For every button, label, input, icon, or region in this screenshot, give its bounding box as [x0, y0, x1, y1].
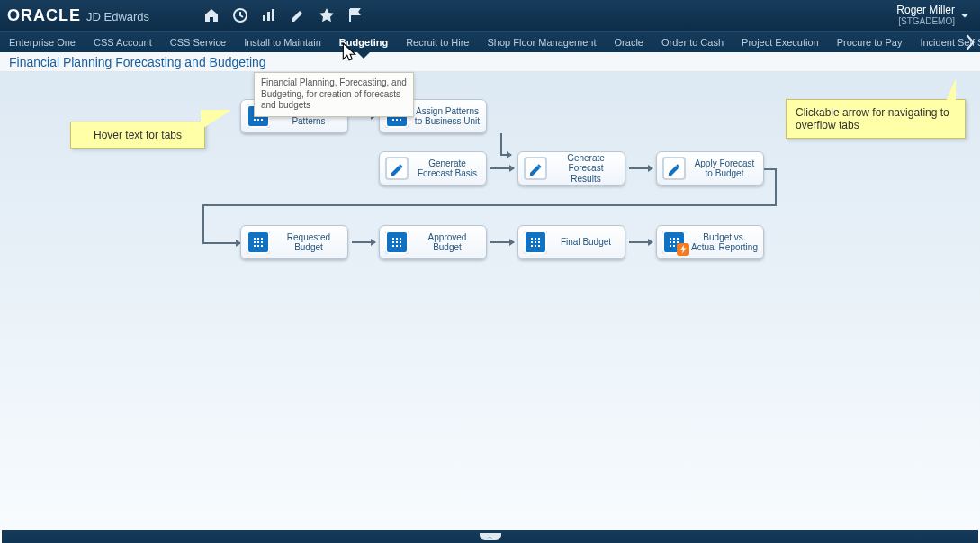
connector-line — [202, 242, 240, 244]
bolt-icon — [677, 243, 689, 256]
connector-line — [202, 204, 204, 242]
tab-css-service[interactable]: CSS Service — [161, 32, 235, 52]
pencil-icon — [662, 157, 686, 180]
tab-order-to-cash[interactable]: Order to Cash — [652, 32, 733, 52]
callout-hover-text: Hover text for tabs — [70, 122, 205, 149]
grid-icon — [247, 231, 270, 254]
caret-down-icon — [960, 13, 969, 19]
chart-icon[interactable] — [261, 7, 277, 23]
arrow-icon — [490, 241, 514, 243]
grid-icon — [385, 231, 409, 254]
process-row-3: Requested Budget Approved Budget Final B… — [240, 225, 764, 259]
node-label: Budget vs. Actual Reporting — [691, 232, 758, 253]
node-final-budget[interactable]: Final Budget — [517, 225, 625, 259]
header-bar: ORACLE JD Edwards Roger Miller [STGADEMO… — [0, 0, 980, 31]
star-icon[interactable] — [319, 7, 335, 23]
tab-oracle[interactable]: Oracle — [606, 32, 652, 52]
node-label: Requested Budget — [275, 232, 342, 253]
pencil-icon — [524, 157, 547, 180]
node-label: Assign Patterns to Business Unit — [414, 106, 481, 127]
node-label: Generate Forecast Basis — [414, 158, 481, 179]
user-menu[interactable]: Roger Miller [STGADEMO] — [896, 5, 973, 26]
tab-budgeting[interactable]: Budgeting — [330, 32, 397, 52]
tab-shop-floor-management[interactable]: Shop Floor Management — [478, 32, 605, 52]
connector-line — [775, 168, 777, 206]
connector-line — [202, 204, 777, 206]
clock-icon[interactable] — [232, 7, 248, 23]
arrow-icon — [629, 241, 652, 243]
header-icon-row — [203, 7, 364, 23]
arrow-icon — [629, 167, 652, 169]
edit-icon[interactable] — [290, 7, 306, 23]
tab-install-to-maintain[interactable]: Install to Maintain — [235, 32, 330, 52]
node-label: Generate Forecast Results — [553, 153, 619, 185]
pencil-icon — [385, 157, 409, 180]
brand: ORACLE JD Edwards — [7, 6, 149, 25]
tab-enterprise-one[interactable]: Enterprise One — [0, 32, 85, 52]
expand-handle[interactable]: ︽ — [480, 533, 501, 540]
tab-project-execution[interactable]: Project Execution — [733, 32, 828, 52]
callout-overflow-arrow: Clickable arrow for navigating to overfl… — [786, 99, 966, 139]
tab-recruit-to-hire[interactable]: Recruit to Hire — [397, 32, 478, 52]
grid-icon — [524, 231, 547, 254]
tab-tooltip: Financial Planning, Forecasting, and Bud… — [254, 72, 414, 117]
node-label: Approved Budget — [414, 232, 481, 253]
brand-name: ORACLE — [7, 6, 81, 25]
page-title-bar: Financial Planning Forecasting and Budge… — [0, 52, 980, 72]
tab-procure-to-pay[interactable]: Procure to Pay — [828, 32, 912, 52]
page-title: Financial Planning Forecasting and Budge… — [9, 55, 266, 69]
node-generate-forecast-results[interactable]: Generate Forecast Results — [517, 151, 625, 186]
brand-sub: JD Edwards — [86, 10, 149, 23]
node-apply-forecast-budget[interactable]: Apply Forecast to Budget — [656, 151, 764, 186]
process-canvas: Financial Planning, Forecasting, and Bud… — [0, 72, 980, 530]
footer-bar: ︽ — [2, 530, 978, 543]
home-icon[interactable] — [203, 7, 220, 23]
node-budget-vs-actual[interactable]: Budget vs. Actual Reporting — [656, 225, 764, 259]
flag-icon[interactable] — [347, 7, 364, 23]
process-row-2: Generate Forecast Basis Generate Forecas… — [379, 151, 764, 186]
node-label: Final Budget — [553, 237, 619, 248]
node-generate-forecast-basis[interactable]: Generate Forecast Basis — [379, 151, 487, 186]
overflow-arrow[interactable] — [964, 34, 976, 50]
node-approved-budget[interactable]: Approved Budget — [379, 225, 487, 259]
arrow-icon — [490, 167, 514, 169]
connector-line — [764, 168, 775, 170]
user-name: Roger Miller — [896, 4, 955, 16]
node-label: Apply Forecast to Budget — [691, 158, 758, 179]
tab-css-account[interactable]: CSS Account — [85, 32, 161, 52]
user-role: [STGADEMO] — [896, 16, 955, 26]
nav-tabs: Enterprise OneCSS AccountCSS ServiceInst… — [0, 31, 980, 52]
arrow-icon — [352, 241, 375, 243]
node-requested-budget[interactable]: Requested Budget — [240, 225, 348, 259]
